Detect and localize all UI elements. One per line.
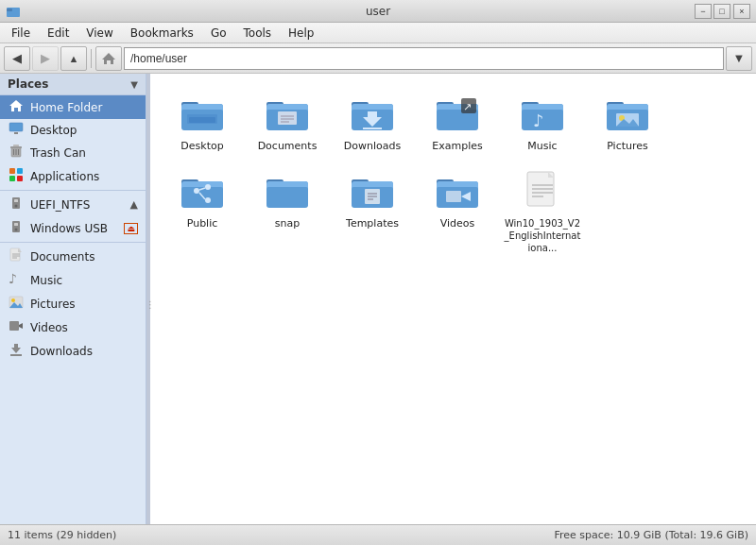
menu-help[interactable]: Help — [281, 25, 321, 42]
svg-marker-32 — [19, 323, 23, 329]
sidebar-item-music[interactable]: ♪ Music — [0, 268, 146, 292]
forward-button[interactable]: ▶ — [32, 46, 59, 71]
close-button[interactable]: × — [733, 4, 750, 19]
toolbar: ◀ ▶ ▲ ▼ — [0, 43, 756, 74]
menu-go[interactable]: Go — [203, 25, 234, 42]
svg-text:♪: ♪ — [9, 271, 17, 286]
sidebar-uefi-label: UEFI_NTFS — [30, 198, 125, 212]
status-bar: 11 items (29 hidden) Free space: 10.9 Gi… — [0, 524, 756, 545]
sidebar-applications-label: Applications — [30, 170, 138, 183]
sidebar-trash-label: Trash Can — [30, 146, 138, 160]
sidebar-toggle[interactable]: ▼ — [130, 79, 138, 90]
videos-folder-icon — [435, 168, 480, 213]
sidebar-downloads-label: Downloads — [30, 345, 138, 358]
file-name-videos: Videos — [440, 217, 475, 230]
uefi-eject-button[interactable]: ▲ — [130, 198, 138, 211]
sidebar-item-pictures[interactable]: Pictures — [0, 292, 146, 315]
sidebar-videos-label: Videos — [30, 321, 138, 334]
title-bar: user − □ × — [0, 0, 756, 23]
window-title: user — [366, 5, 390, 18]
menu-edit[interactable]: Edit — [40, 25, 77, 42]
title-text: user — [366, 5, 390, 18]
title-bar-left — [6, 4, 21, 19]
sidebar-item-downloads[interactable]: Downloads — [0, 339, 146, 363]
sidebar-item-home[interactable]: Home Folder — [0, 95, 146, 119]
bookmark-dropdown-button[interactable]: ▼ — [726, 46, 752, 71]
file-item-pictures[interactable]: Pictures — [585, 83, 670, 161]
file-item-public[interactable]: Public — [160, 161, 245, 262]
file-item-win10[interactable]: Win10_1903_V2_EnglishInternation​a... — [500, 161, 585, 262]
uefi-icon — [8, 196, 25, 213]
menu-file[interactable]: File — [4, 25, 38, 42]
back-button[interactable]: ◀ — [4, 46, 30, 71]
windows-usb-icon — [8, 219, 25, 237]
svg-rect-15 — [17, 176, 23, 181]
svg-rect-4 — [9, 123, 23, 131]
svg-point-78 — [205, 184, 211, 190]
sidebar-divider-1 — [0, 190, 146, 191]
maximize-button[interactable]: □ — [713, 4, 730, 19]
svg-text:↗: ↗ — [463, 101, 472, 113]
home-button[interactable] — [95, 46, 122, 71]
svg-point-29 — [11, 298, 15, 302]
file-name-examples: Examples — [432, 140, 482, 153]
file-item-documents[interactable]: Documents — [245, 83, 330, 161]
menu-view[interactable]: View — [78, 25, 120, 42]
svg-rect-34 — [10, 354, 22, 356]
up-button[interactable]: ▲ — [60, 46, 87, 71]
app-icon — [6, 4, 21, 19]
downloads-icon — [8, 342, 25, 360]
sidebar-item-windows-usb[interactable]: Windows USB ⏏ — [0, 216, 146, 240]
svg-point-21 — [15, 229, 18, 231]
examples-folder-icon: ↗ — [435, 91, 480, 136]
sidebar-item-desktop[interactable]: Desktop — [0, 119, 146, 141]
sidebar-item-applications[interactable]: Applications — [0, 164, 146, 188]
file-name-public: Public — [187, 217, 218, 230]
file-name-desktop: Desktop — [180, 140, 223, 153]
main-area: Places ▼ Home Folder Desktop Trash Can — [0, 74, 756, 524]
svg-rect-40 — [189, 117, 215, 123]
address-input[interactable] — [124, 47, 724, 70]
items-count: 11 items (29 hidden) — [8, 529, 116, 541]
svg-rect-1 — [7, 9, 12, 11]
music-icon: ♪ — [8, 271, 25, 289]
sidebar-header: Places ▼ — [0, 74, 146, 95]
windows-usb-eject-button[interactable]: ⏏ — [124, 223, 138, 234]
svg-rect-17 — [14, 199, 18, 202]
minimize-button[interactable]: − — [695, 4, 712, 19]
sidebar-title: Places — [8, 77, 48, 91]
videos-icon — [8, 318, 25, 336]
file-name-pictures: Pictures — [607, 140, 648, 153]
file-item-music[interactable]: ♪ Music — [500, 83, 585, 161]
documents-icon — [8, 247, 25, 265]
svg-rect-13 — [17, 168, 23, 174]
svg-rect-45 — [278, 111, 297, 125]
menu-bar: File Edit View Bookmarks Go Tools Help — [0, 23, 756, 43]
pictures-folder-icon — [605, 91, 650, 136]
file-grid: Desktop Documents — [160, 83, 747, 262]
sidebar-music-label: Music — [30, 274, 138, 287]
sidebar-documents-label: Documents — [30, 250, 138, 264]
file-item-templates[interactable]: Templates — [330, 161, 415, 262]
file-item-examples[interactable]: ↗ Examples — [415, 83, 500, 161]
win10-file-icon — [520, 168, 565, 213]
home-icon — [8, 98, 25, 116]
menu-bookmarks[interactable]: Bookmarks — [123, 25, 201, 42]
file-item-snap[interactable]: snap — [245, 161, 330, 262]
sidebar-item-videos[interactable]: Videos — [0, 315, 146, 339]
public-folder-icon — [180, 168, 225, 213]
file-item-downloads[interactable]: Downloads — [330, 83, 415, 161]
sidebar-item-documents[interactable]: Documents — [0, 245, 146, 268]
window-controls[interactable]: − □ × — [695, 4, 750, 19]
menu-tools[interactable]: Tools — [236, 25, 280, 42]
file-item-desktop[interactable]: Desktop — [160, 83, 245, 161]
file-name-downloads: Downloads — [344, 140, 401, 153]
file-item-videos[interactable]: Videos — [415, 161, 500, 262]
svg-rect-5 — [14, 132, 18, 134]
sidebar-item-trash[interactable]: Trash Can — [0, 141, 146, 164]
svg-text:♪: ♪ — [533, 111, 544, 130]
file-name-music: Music — [527, 140, 557, 153]
sidebar-item-uefi[interactable]: UEFI_NTFS ▲ — [0, 193, 146, 216]
file-name-documents: Documents — [258, 140, 318, 153]
resize-handle[interactable] — [146, 74, 150, 524]
